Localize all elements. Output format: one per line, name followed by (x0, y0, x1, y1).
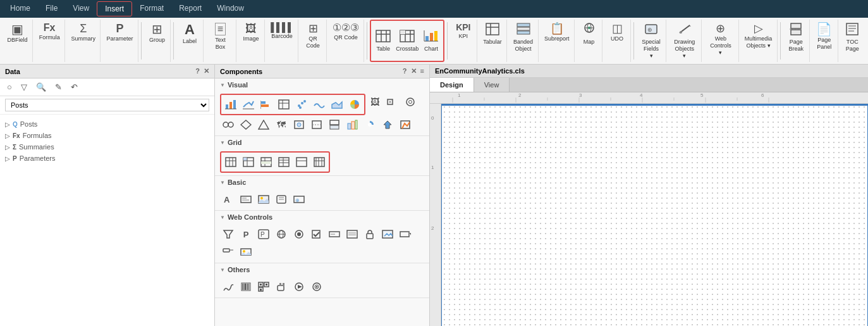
comp-v10[interactable] (384, 94, 401, 110)
data-toolbar-search[interactable]: 🔍 (33, 80, 49, 94)
comp-wc-more[interactable] (220, 244, 236, 260)
comp-v16[interactable] (291, 116, 307, 133)
comp-panel-close[interactable]: ✕ (411, 67, 417, 75)
comp-areachart[interactable] (329, 96, 345, 113)
tree-item-parameters[interactable]: ▷ P Parameters (0, 153, 214, 164)
comp-linechart[interactable] (240, 96, 257, 113)
bandedobject-button[interactable]: BandedObject (510, 21, 536, 54)
comp-panel-menu[interactable]: ≡ (420, 67, 424, 75)
comp-v11[interactable] (402, 94, 419, 110)
subreport-button[interactable]: 📋 Subreport (541, 21, 573, 44)
comp-v15[interactable]: 🗺 (273, 116, 290, 133)
crosstab-button[interactable]: Crosstab (395, 28, 419, 54)
comp-others-plugin[interactable] (273, 279, 290, 295)
comp-v13[interactable] (238, 116, 254, 133)
menu-item-view[interactable]: View (65, 1, 97, 16)
group-button[interactable]: ⊞ Group (146, 21, 169, 46)
comp-wc-filter[interactable] (220, 226, 236, 242)
comp-others-qr[interactable] (255, 279, 272, 295)
rank-button[interactable]: ①②③ QR Code (329, 21, 362, 43)
tree-item-summaries[interactable]: ▷ Σ Summaries (0, 141, 214, 153)
dbfield-button[interactable]: ▣ DBField (4, 21, 31, 46)
comp-wc-imgctrl[interactable] (238, 244, 254, 260)
comp-grid1[interactable] (223, 154, 239, 170)
comp-v21[interactable] (379, 116, 396, 133)
comp-wc-radio[interactable] (291, 226, 307, 242)
data-toolbar-circle[interactable]: ○ (4, 80, 15, 94)
data-toolbar-undo[interactable]: ↶ (68, 80, 81, 94)
data-panel-help[interactable]: ? (195, 67, 200, 75)
comp-v12[interactable] (220, 116, 236, 133)
comp-grid2[interactable] (240, 154, 257, 170)
specialfields-button[interactable]: ⊛ SpecialFields ▾ (639, 21, 664, 61)
textbox-button[interactable]: ≡ Text Box (207, 21, 233, 53)
section-basic-header[interactable]: Basic (215, 176, 429, 189)
comp-piechart[interactable] (346, 96, 363, 113)
comp-v18[interactable] (326, 116, 343, 133)
comp-others-barcode[interactable] (238, 279, 254, 295)
formula-button[interactable]: Fx Formula (36, 21, 63, 43)
tree-item-posts[interactable]: ▷ Q Posts (0, 118, 214, 130)
tree-item-formulas[interactable]: ▷ Fx Formulas (0, 130, 214, 141)
comp-table-small[interactable] (276, 96, 292, 113)
comp-v19[interactable] (344, 116, 360, 133)
menu-item-home[interactable]: Home (3, 1, 38, 16)
menu-item-report[interactable]: Report (171, 1, 209, 16)
comp-basic-link[interactable]: ⊕ (291, 191, 307, 208)
label-button[interactable]: A Label (178, 21, 201, 47)
comp-v17[interactable] (309, 116, 325, 133)
map-button[interactable]: Map (578, 21, 601, 47)
menu-item-format[interactable]: Format (132, 1, 171, 16)
comp-barchart[interactable] (223, 96, 239, 113)
data-toolbar-edit[interactable]: ✎ (52, 80, 65, 94)
data-source-select[interactable]: Posts (5, 99, 209, 111)
comp-wc-dropdown[interactable] (397, 226, 413, 242)
multimediaobjects-button[interactable]: ▷ MultimediaObjects ▾ (742, 21, 776, 51)
tabular-button[interactable]: Tabular (480, 21, 505, 47)
comp-wc-image[interactable] (379, 226, 396, 242)
chart-button[interactable]: Chart (420, 28, 442, 54)
comp-wc-param[interactable]: P (238, 226, 254, 242)
comp-others-media[interactable] (291, 279, 307, 295)
comp-others-signature[interactable] (220, 279, 236, 295)
comp-grid4[interactable] (276, 154, 292, 170)
comp-panel-help[interactable]: ? (403, 67, 407, 75)
comp-barchart2[interactable] (258, 96, 274, 113)
summary-button[interactable]: Σ Summary (68, 21, 99, 44)
udo-button[interactable]: ◫ UDO (606, 21, 628, 44)
section-webcontrols-header[interactable]: Web Controls (215, 211, 429, 223)
barcode-button[interactable]: ▌▌▌▌ Barcode (267, 21, 296, 42)
comp-v20[interactable] (362, 116, 378, 133)
comp-wc-textfield[interactable] (326, 226, 343, 242)
comp-wc-textarea[interactable] (344, 226, 360, 242)
comp-basic-label[interactable]: A (220, 191, 236, 208)
comp-wc-checkbox[interactable] (309, 226, 325, 242)
design-tab-design[interactable]: Design (430, 78, 474, 92)
image-button[interactable]: 🖼 Image (240, 21, 262, 44)
comp-wc-lock[interactable] (362, 226, 378, 242)
comp-basic-textbox[interactable] (238, 191, 254, 208)
webcontrols-button[interactable]: ⊕ WebControls ▾ (706, 21, 736, 58)
tocpage-button[interactable]: TOCPage (841, 21, 864, 54)
data-toolbar-filter[interactable]: ▽ (18, 80, 30, 94)
menu-item-file[interactable]: File (38, 1, 65, 16)
comp-grid6[interactable] (311, 154, 327, 170)
kpi-button[interactable]: KPI KPI (452, 21, 475, 42)
comp-others-play[interactable] (309, 279, 325, 295)
comp-basic-image[interactable] (255, 191, 272, 208)
qrcode-button[interactable]: ⊞ QRCode (302, 21, 324, 51)
table-button[interactable]: Table (372, 28, 394, 54)
comp-v9[interactable]: 🖼 (367, 94, 383, 110)
section-visual-header[interactable]: Visual (215, 78, 429, 91)
comp-scatter[interactable] (293, 96, 310, 113)
comp-v14[interactable] (255, 116, 272, 133)
design-tab-view[interactable]: View (474, 78, 510, 92)
comp-wc-globe[interactable] (273, 226, 290, 242)
comp-basic-shape[interactable] (273, 191, 290, 208)
comp-grid3[interactable] (258, 154, 274, 170)
parameter-button[interactable]: P Parameter (104, 21, 137, 44)
pagebreak-button[interactable]: PageBreak (785, 21, 807, 54)
menu-item-insert[interactable]: Insert (97, 1, 132, 16)
menu-item-window[interactable]: Window (209, 1, 252, 16)
comp-wc-param2[interactable]: P (255, 226, 272, 242)
